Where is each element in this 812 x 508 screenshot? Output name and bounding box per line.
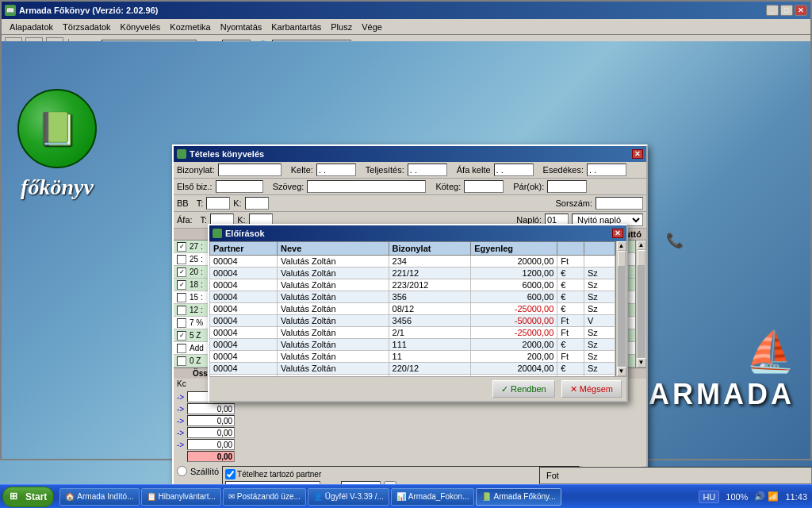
kelte-input[interactable]	[316, 164, 356, 176]
bb-t-input[interactable]	[206, 197, 230, 210]
bb-k-input[interactable]	[245, 197, 269, 210]
cb-12[interactable]	[177, 306, 186, 315]
arrow-val-5[interactable]	[187, 439, 235, 450]
eloiras-rendben-button[interactable]: ✓ Rendben	[492, 380, 555, 398]
arrow-row-4: ->	[177, 427, 643, 438]
par-input[interactable]	[547, 180, 587, 193]
th-egyenleg: Egyenleg	[471, 242, 557, 256]
menu-plusz[interactable]: Plusz	[326, 21, 357, 33]
cb-5z[interactable]: ✓	[177, 331, 186, 341]
eloiras-row-0[interactable]: 00004 Valutás Zoltán 234 20000,00 Ft	[210, 256, 615, 267]
eloiras-scroll-thumb[interactable]	[618, 251, 626, 267]
eloiras-scroll-down[interactable]: ▼	[617, 367, 626, 376]
arrow-4: ->	[177, 429, 184, 437]
eloiras-row-10[interactable]: 00004 Valutás Zoltán 53535 236220,00 Ft …	[210, 375, 615, 377]
eloiras-megse-button[interactable]: ✕ Mégsem	[561, 380, 622, 398]
esedek-input[interactable]	[587, 164, 626, 176]
koteg-input[interactable]	[464, 180, 504, 193]
total-row: ->	[177, 451, 643, 462]
eloiras-cell-penznem: Ft	[557, 327, 584, 339]
eloiras-row-8[interactable]: 00004 Valutás Zoltán 11 200,00 Ft Sz	[210, 351, 615, 363]
eloiras-row-3[interactable]: 00004 Valutás Zoltán 356 600,00 € Sz	[210, 291, 615, 303]
eloiras-close-button[interactable]: ✕	[612, 229, 623, 238]
cb-18[interactable]: ✓	[177, 280, 186, 290]
eloiras-cell-penznem: €	[557, 267, 584, 279]
scroll-thumb[interactable]	[638, 250, 645, 266]
eloiras-cell-neve: Valutás Zoltán	[278, 291, 389, 303]
table-scrollbar[interactable]: ▲ ▼	[635, 241, 646, 368]
szallito-section: Szállító	[177, 466, 219, 476]
eloiras-cell-partner: 00004	[210, 279, 278, 291]
start-button[interactable]: ⊞ Start	[2, 487, 54, 507]
cb-20[interactable]: ✓	[177, 267, 186, 277]
arrow-val-3[interactable]	[187, 415, 235, 426]
status-text: Fot	[546, 471, 559, 480]
eloiras-table-wrapper: Partner Neve Bizonylat Egyenleg 00004 Va…	[209, 241, 626, 376]
cb-add1[interactable]	[177, 344, 186, 353]
scroll-down-btn[interactable]: ▼	[637, 358, 646, 368]
taskbar-item-3[interactable]: ✉ Postázandó üze...	[223, 488, 306, 506]
menu-torzsadatok[interactable]: Törzsadatok	[58, 21, 116, 33]
maximize-button[interactable]: □	[780, 5, 793, 16]
sorszam-input[interactable]	[596, 197, 643, 210]
eloiras-scroll-up[interactable]: ▲	[617, 241, 626, 251]
cb-0z[interactable]	[177, 356, 186, 366]
menu-nyomtatas[interactable]: Nyomtatás	[216, 21, 267, 33]
taskbar-icons: 🔊 📶	[754, 491, 779, 502]
th-neve: Neve	[278, 242, 389, 256]
logo-text: főkönyv	[21, 175, 94, 200]
teljesites-input[interactable]	[408, 164, 447, 176]
taskbar-item-1[interactable]: 🏠 Armada Indító...	[59, 488, 139, 506]
eloiras-scrollbar[interactable]: ▲ ▼	[615, 241, 626, 376]
arrow-val-2[interactable]	[187, 403, 235, 414]
taskbar-item-4[interactable]: 👤 Ügyfél V-3.39 /...	[308, 488, 389, 506]
eloiras-row-5[interactable]: 00004 Valutás Zoltán 3456 -50000,00 Ft V	[210, 315, 615, 327]
cb-27[interactable]: ✓	[177, 242, 186, 252]
arrow-3: ->	[177, 417, 184, 425]
eloiras-row-9[interactable]: 00004 Valutás Zoltán 220/12 20004,00 € S…	[210, 363, 615, 375]
elso-biz-input[interactable]	[216, 180, 263, 193]
eloiras-row-4[interactable]: 00004 Valutás Zoltán 08/12 -25000,00 € S…	[210, 303, 615, 315]
taskbar-right: HU 100% 🔊 📶 11:43	[694, 491, 812, 503]
eloiras-row-6[interactable]: 00004 Valutás Zoltán 2/1 -25000,00 Ft Sz	[210, 327, 615, 339]
eloiras-cell-partner: 00004	[210, 363, 278, 375]
eloiras-cell-penznem: €	[557, 363, 584, 375]
afa-kelte-input[interactable]	[494, 164, 534, 176]
window-controls: _ □ ✕	[766, 5, 807, 16]
cb-15[interactable]	[177, 293, 186, 302]
menu-konyv[interactable]: Könyvelés	[116, 21, 166, 33]
close-button[interactable]: ✕	[795, 5, 807, 16]
eloiras-cell-egyenleg: 6000,00	[471, 279, 557, 291]
bizonylat-input[interactable]	[218, 164, 282, 176]
taskbar-time: 11:43	[785, 492, 807, 502]
eloiras-row-2[interactable]: 00004 Valutás Zoltán 223/2012 6000,00 € …	[210, 279, 615, 291]
tetel-close-button[interactable]: ✕	[632, 149, 643, 159]
taskbar-item-6[interactable]: 📗 Armada Főköny...	[476, 488, 561, 506]
arrow-row-2: ->	[177, 403, 643, 414]
logo-area: 📗 főkönyv	[17, 89, 97, 200]
eloiras-row-7[interactable]: 00004 Valutás Zoltán 111 2000,00 € Sz	[210, 339, 615, 351]
minimize-button[interactable]: _	[766, 5, 779, 16]
menu-karbantartas[interactable]: Karbantartás	[266, 21, 326, 33]
eloiras-cell-bizonylat: 223/2012	[389, 279, 471, 291]
eloiras-tbody: 00004 Valutás Zoltán 234 20000,00 Ft 000…	[210, 256, 615, 377]
eloiras-cell-egyenleg: -25000,00	[471, 327, 557, 339]
szallito-radio[interactable]	[177, 466, 187, 476]
eloiras-table-container: Partner Neve Bizonylat Egyenleg 00004 Va…	[209, 241, 615, 376]
partner-checkbox[interactable]	[225, 469, 236, 479]
partner-checkbox-label: Tételhez tartozó partner	[237, 470, 321, 479]
menu-alapadatok[interactable]: Alapadatok	[5, 21, 58, 33]
total-val[interactable]	[187, 451, 235, 462]
arrow-val-4[interactable]	[187, 427, 235, 438]
eloiras-row-1[interactable]: 00004 Valutás Zoltán 221/12 1200,00 € Sz	[210, 267, 615, 279]
szoveg-input[interactable]	[307, 180, 426, 193]
menu-vege[interactable]: Vége	[357, 21, 387, 33]
scroll-up-btn[interactable]: ▲	[637, 241, 646, 250]
taskbar-item-5[interactable]: 📊 Armada_Fokon...	[391, 488, 475, 506]
cb-7[interactable]	[177, 318, 186, 328]
cb-25[interactable]	[177, 255, 186, 264]
eloiras-cell-bizonylat: 3456	[389, 315, 471, 327]
partner-checkbox-row: Tételhez tartozó partner	[225, 469, 576, 479]
taskbar-item-2[interactable]: 📋 Hibanylvántart...	[141, 488, 221, 506]
menu-kozmetika[interactable]: Kozmetika	[165, 21, 215, 33]
